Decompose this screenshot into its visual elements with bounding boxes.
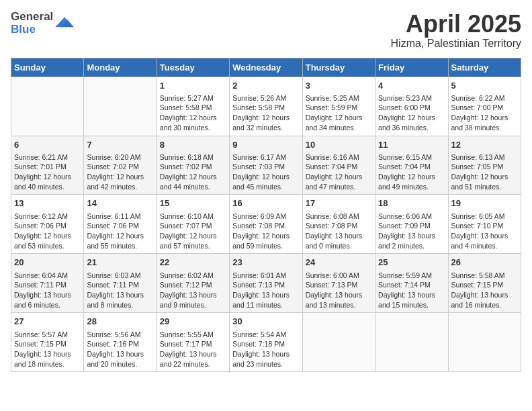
day-header-sunday: Sunday <box>11 58 84 77</box>
daylight-text: Daylight: 13 hours and 4 minutes. <box>451 231 518 250</box>
daylight-text: Daylight: 13 hours and 0 minutes. <box>306 231 372 250</box>
sunrise-text: Sunrise: 6:03 AM <box>87 271 153 281</box>
header: General Blue April 2025 Hizma, Palestini… <box>11 11 521 50</box>
sunset-text: Sunset: 7:17 PM <box>160 339 226 349</box>
sunset-text: Sunset: 7:13 PM <box>306 280 372 290</box>
sunset-text: Sunset: 7:07 PM <box>160 221 226 231</box>
day-header-wednesday: Wednesday <box>230 58 302 77</box>
sunrise-text: Sunrise: 6:17 AM <box>232 152 299 163</box>
calendar-cell: 12Sunrise: 6:13 AMSunset: 7:05 PMDayligh… <box>448 136 521 195</box>
calendar-cell: 19Sunrise: 6:05 AMSunset: 7:10 PMDayligh… <box>448 195 521 254</box>
day-number: 6 <box>14 139 81 151</box>
sunrise-text: Sunrise: 5:59 AM <box>378 271 445 281</box>
day-number: 8 <box>160 139 226 151</box>
sunset-text: Sunset: 7:18 PM <box>232 339 299 349</box>
sunrise-text: Sunrise: 6:13 AM <box>451 152 518 163</box>
calendar-cell: 16Sunrise: 6:09 AMSunset: 7:08 PMDayligh… <box>230 195 302 254</box>
day-number: 1 <box>160 80 226 92</box>
daylight-text: Daylight: 12 hours and 59 minutes. <box>232 231 299 250</box>
sunrise-text: Sunrise: 6:02 AM <box>160 271 226 281</box>
calendar-cell <box>302 313 375 372</box>
day-number: 12 <box>451 139 518 151</box>
week-row-3: 20Sunrise: 6:04 AMSunset: 7:11 PMDayligh… <box>11 254 521 313</box>
calendar-cell: 30Sunrise: 5:54 AMSunset: 7:18 PMDayligh… <box>230 313 302 372</box>
sunset-text: Sunset: 7:05 PM <box>451 162 518 172</box>
sunrise-text: Sunrise: 5:54 AM <box>232 330 299 340</box>
daylight-text: Daylight: 12 hours and 40 minutes. <box>14 172 81 191</box>
day-number: 25 <box>378 257 445 269</box>
day-number: 5 <box>451 80 518 92</box>
day-number: 7 <box>87 139 153 151</box>
daylight-text: Daylight: 13 hours and 15 minutes. <box>378 290 445 310</box>
daylight-text: Daylight: 13 hours and 9 minutes. <box>160 290 226 310</box>
daylight-text: Daylight: 12 hours and 55 minutes. <box>87 231 153 250</box>
sunset-text: Sunset: 7:04 PM <box>306 162 372 172</box>
sunrise-text: Sunrise: 5:57 AM <box>14 330 81 340</box>
sunrise-text: Sunrise: 6:22 AM <box>451 93 518 103</box>
day-header-monday: Monday <box>84 58 157 77</box>
daylight-text: Daylight: 12 hours and 32 minutes. <box>232 113 299 132</box>
logo-blue: Blue <box>11 24 53 36</box>
daylight-text: Daylight: 13 hours and 22 minutes. <box>160 349 226 369</box>
day-number: 16 <box>232 197 299 210</box>
calendar-cell <box>11 77 84 136</box>
daylight-text: Daylight: 12 hours and 34 minutes. <box>306 113 372 132</box>
day-number: 28 <box>87 316 153 328</box>
day-number: 23 <box>232 257 299 269</box>
day-number: 30 <box>232 316 299 328</box>
daylight-text: Daylight: 13 hours and 11 minutes. <box>232 290 299 310</box>
sunset-text: Sunset: 5:58 PM <box>160 103 226 113</box>
daylight-text: Daylight: 13 hours and 23 minutes. <box>232 349 299 369</box>
daylight-text: Daylight: 12 hours and 45 minutes. <box>232 172 299 191</box>
day-number: 17 <box>306 197 372 210</box>
calendar-cell: 18Sunrise: 6:06 AMSunset: 7:09 PMDayligh… <box>375 195 448 254</box>
day-number: 15 <box>160 197 226 210</box>
daylight-text: Daylight: 12 hours and 36 minutes. <box>378 113 445 132</box>
week-row-0: 1Sunrise: 5:27 AMSunset: 5:58 PMDaylight… <box>11 77 521 136</box>
day-header-tuesday: Tuesday <box>157 58 229 77</box>
sunset-text: Sunset: 7:13 PM <box>232 280 299 290</box>
calendar-cell: 21Sunrise: 6:03 AMSunset: 7:11 PMDayligh… <box>84 254 157 313</box>
calendar-cell: 23Sunrise: 6:01 AMSunset: 7:13 PMDayligh… <box>230 254 302 313</box>
sunset-text: Sunset: 7:15 PM <box>14 339 81 349</box>
sunset-text: Sunset: 7:08 PM <box>232 221 299 231</box>
calendar-cell: 28Sunrise: 5:56 AMSunset: 7:16 PMDayligh… <box>84 313 157 372</box>
daylight-text: Daylight: 13 hours and 6 minutes. <box>14 290 81 310</box>
day-header-row: SundayMondayTuesdayWednesdayThursdayFrid… <box>11 58 521 77</box>
sunrise-text: Sunrise: 6:00 AM <box>306 271 372 281</box>
daylight-text: Daylight: 12 hours and 49 minutes. <box>378 172 445 191</box>
calendar-cell: 4Sunrise: 5:23 AMSunset: 6:00 PMDaylight… <box>375 77 448 136</box>
sunset-text: Sunset: 7:02 PM <box>87 162 153 172</box>
daylight-text: Daylight: 13 hours and 8 minutes. <box>87 290 153 310</box>
sunset-text: Sunset: 7:04 PM <box>378 162 445 172</box>
calendar-cell: 1Sunrise: 5:27 AMSunset: 5:58 PMDaylight… <box>157 77 229 136</box>
sunset-text: Sunset: 7:16 PM <box>87 339 153 349</box>
daylight-text: Daylight: 13 hours and 13 minutes. <box>306 290 372 310</box>
daylight-text: Daylight: 12 hours and 47 minutes. <box>306 172 372 191</box>
day-number: 18 <box>378 197 445 210</box>
sunrise-text: Sunrise: 6:01 AM <box>232 271 299 281</box>
sunset-text: Sunset: 7:09 PM <box>378 221 445 231</box>
calendar-cell: 11Sunrise: 6:15 AMSunset: 7:04 PMDayligh… <box>375 136 448 195</box>
sunrise-text: Sunrise: 6:15 AM <box>378 152 445 163</box>
sunrise-text: Sunrise: 5:26 AM <box>232 93 299 103</box>
day-number: 13 <box>14 197 81 210</box>
calendar-cell: 29Sunrise: 5:55 AMSunset: 7:17 PMDayligh… <box>157 313 229 372</box>
day-number: 19 <box>451 197 518 210</box>
logo-general: General <box>11 11 53 24</box>
sunrise-text: Sunrise: 5:55 AM <box>160 330 226 340</box>
sunset-text: Sunset: 7:00 PM <box>451 103 518 113</box>
sunset-text: Sunset: 7:10 PM <box>451 221 518 231</box>
day-number: 2 <box>232 80 299 92</box>
sunset-text: Sunset: 7:12 PM <box>160 280 226 290</box>
calendar-cell: 17Sunrise: 6:08 AMSunset: 7:08 PMDayligh… <box>302 195 375 254</box>
sunrise-text: Sunrise: 6:06 AM <box>378 212 445 222</box>
sunrise-text: Sunrise: 6:08 AM <box>306 212 372 222</box>
sunrise-text: Sunrise: 6:18 AM <box>160 152 226 163</box>
day-header-friday: Friday <box>375 58 448 77</box>
sunset-text: Sunset: 5:59 PM <box>306 103 372 113</box>
day-number: 3 <box>306 80 372 92</box>
calendar-cell: 26Sunrise: 5:58 AMSunset: 7:15 PMDayligh… <box>448 254 521 313</box>
sunrise-text: Sunrise: 6:10 AM <box>160 212 226 222</box>
day-number: 14 <box>87 197 153 210</box>
